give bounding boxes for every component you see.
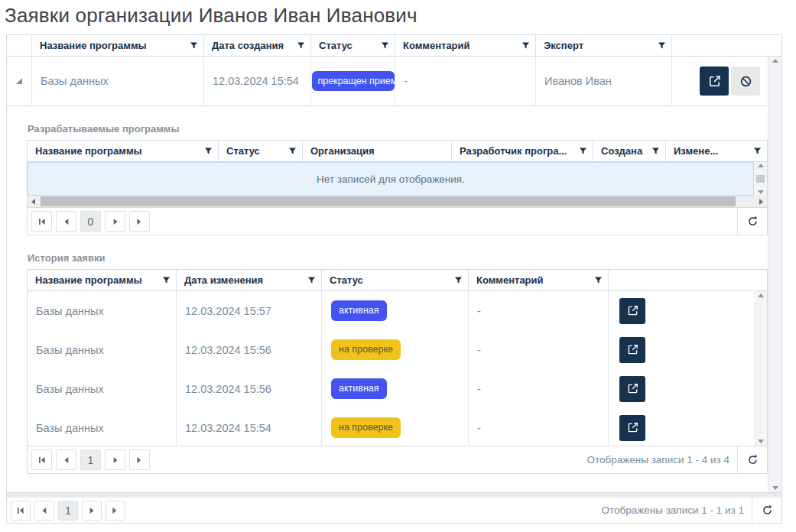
scroll-down-arrow-icon[interactable]: [772, 486, 778, 490]
application-comment: -: [395, 57, 536, 105]
column-header-status[interactable]: Статус: [322, 270, 469, 290]
current-page-button[interactable]: 1: [80, 449, 101, 470]
history-vertical-scrollbar[interactable]: [754, 291, 767, 446]
column-header-status[interactable]: Статус: [311, 35, 395, 56]
open-record-button[interactable]: [619, 337, 645, 363]
scrollbar-thumb[interactable]: [41, 196, 736, 206]
main-horizontal-scrollbar[interactable]: [7, 492, 781, 498]
programs-grid-header: Название программы Статус Организация Ра…: [28, 141, 767, 162]
scroll-down-arrow-icon[interactable]: [758, 190, 764, 194]
current-page-button[interactable]: 0: [80, 211, 101, 232]
next-page-button[interactable]: [105, 449, 125, 470]
history-section-title: История заявки: [28, 252, 768, 264]
row-expand-toggle[interactable]: [7, 57, 32, 105]
scrollbar-thumb[interactable]: [756, 175, 765, 183]
filter-icon[interactable]: [521, 41, 530, 50]
filter-icon[interactable]: [658, 41, 666, 50]
last-page-button[interactable]: [129, 449, 150, 470]
column-label: Статус: [330, 274, 363, 286]
scroll-right-arrow-icon[interactable]: [759, 199, 763, 205]
refresh-button[interactable]: [737, 446, 767, 473]
column-label: Разработчик програ...: [460, 145, 567, 157]
first-page-button[interactable]: [11, 501, 31, 521]
column-label: Статус: [319, 40, 353, 51]
column-label: Организация: [310, 145, 375, 157]
status-badge: активная: [331, 300, 387, 321]
filter-icon[interactable]: [162, 276, 171, 284]
history-comment: -: [469, 369, 609, 408]
refresh-button[interactable]: [737, 208, 767, 235]
column-header-created[interactable]: Создана: [593, 141, 666, 161]
scroll-up-arrow-icon[interactable]: [772, 59, 778, 63]
last-page-button[interactable]: [106, 501, 125, 521]
column-label: Создана: [601, 145, 642, 157]
history-program-name: Базы данных: [28, 369, 177, 408]
records-info: Отображены записи 1 - 4 из 4: [586, 454, 729, 466]
refresh-icon: [746, 215, 759, 228]
next-page-button[interactable]: [105, 211, 125, 232]
filter-icon[interactable]: [579, 147, 587, 155]
scroll-up-arrow-icon[interactable]: [758, 164, 764, 167]
column-header-changed[interactable]: Измене...: [666, 141, 767, 161]
records-info: Отображены записи 1 - 1 из 1: [601, 504, 744, 516]
column-header-program-name[interactable]: Название программы: [32, 35, 204, 56]
programs-vertical-scrollbar[interactable]: [754, 162, 767, 196]
prev-page-button[interactable]: [34, 501, 54, 521]
first-page-button[interactable]: [31, 449, 52, 470]
history-changed-date: 12.03.2024 15:56: [177, 369, 322, 408]
column-header-developer[interactable]: Разработчик програ...: [452, 141, 593, 161]
filter-icon[interactable]: [594, 276, 603, 284]
scroll-down-arrow-icon[interactable]: [758, 440, 764, 443]
filter-icon[interactable]: [190, 41, 198, 50]
column-header-comment[interactable]: Комментарий: [395, 35, 536, 56]
programs-pager: 0: [28, 207, 767, 235]
first-page-button[interactable]: [31, 211, 52, 232]
scroll-left-arrow-icon[interactable]: [31, 199, 35, 205]
history-comment: -: [469, 408, 609, 446]
filter-icon[interactable]: [307, 276, 316, 284]
open-record-button[interactable]: [619, 376, 645, 402]
status-badge: на проверке: [331, 417, 401, 438]
history-status-cell: на проверке: [322, 330, 469, 369]
programs-horizontal-scrollbar[interactable]: [28, 196, 767, 207]
open-record-button[interactable]: [619, 298, 645, 324]
next-page-button[interactable]: [82, 501, 102, 521]
column-header-program-name[interactable]: Название программы: [28, 270, 177, 290]
history-program-name: Базы данных: [28, 330, 177, 369]
current-page-button[interactable]: 1: [58, 501, 78, 521]
column-header-status[interactable]: Статус: [219, 141, 303, 161]
cancel-application-button[interactable]: [731, 66, 760, 96]
history-changed-date: 12.03.2024 15:57: [177, 291, 322, 330]
column-header-organization[interactable]: Организация: [303, 141, 452, 161]
filter-icon[interactable]: [454, 276, 463, 284]
column-header-program-name[interactable]: Название программы: [28, 141, 219, 161]
history-program-name: Базы данных: [28, 408, 177, 446]
main-vertical-scrollbar[interactable]: [768, 57, 781, 492]
refresh-button[interactable]: [752, 498, 781, 523]
open-record-button[interactable]: [619, 415, 645, 441]
filter-icon[interactable]: [297, 41, 305, 50]
column-header-changed-date[interactable]: Дата изменения: [177, 270, 322, 290]
prev-page-button[interactable]: [56, 211, 76, 232]
actions-column-header: [609, 270, 767, 290]
filter-icon[interactable]: [651, 147, 660, 155]
filter-icon[interactable]: [288, 147, 297, 155]
row-actions: [609, 291, 754, 330]
column-header-created-date[interactable]: Дата создания: [204, 35, 311, 56]
filter-icon[interactable]: [204, 147, 213, 155]
last-page-button[interactable]: [129, 211, 150, 232]
filter-icon[interactable]: [753, 147, 762, 155]
history-comment: -: [469, 330, 609, 369]
history-changed-date: 12.03.2024 15:54: [177, 408, 322, 446]
column-header-expert[interactable]: Эксперт: [536, 35, 672, 56]
scroll-up-arrow-icon[interactable]: [758, 294, 764, 297]
column-label: Название программы: [40, 40, 147, 51]
column-header-comment[interactable]: Комментарий: [469, 270, 609, 290]
prev-page-button[interactable]: [56, 449, 76, 470]
status-badge: активная: [331, 378, 387, 399]
open-application-button[interactable]: [700, 66, 729, 96]
application-expert: Иванов Иван: [536, 57, 672, 105]
history-changed-date: 12.03.2024 15:56: [177, 330, 322, 369]
filter-icon[interactable]: [381, 41, 389, 50]
actions-column-header: [672, 35, 781, 56]
